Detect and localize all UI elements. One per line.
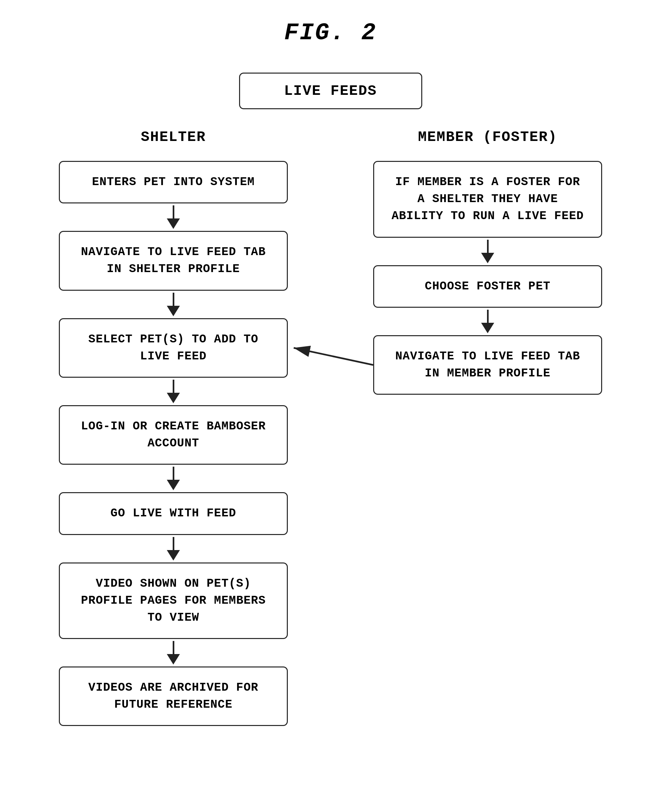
left-step-5: GO LIVE WITH FEED bbox=[59, 492, 288, 535]
left-step-2: NAVIGATE TO LIVE FEED TAB IN SHELTER PRO… bbox=[59, 231, 288, 290]
page-title: FIG. 2 bbox=[26, 20, 635, 46]
right-col-title: MEMBER (FOSTER) bbox=[418, 129, 557, 145]
arrow-6 bbox=[167, 641, 180, 665]
left-step-4: LOG-IN OR CREATE BAMBOSER ACCOUNT bbox=[59, 405, 288, 465]
left-step-7: VIDEOS ARE ARCHIVED FOR FUTURE REFERENCE bbox=[59, 667, 288, 726]
left-step-6: VIDEO SHOWN ON PET(S) PROFILE PAGES FOR … bbox=[59, 563, 288, 639]
right-step-2: CHOOSE FOSTER PET bbox=[373, 265, 602, 308]
arrow-5 bbox=[167, 537, 180, 560]
left-col-title: SHELTER bbox=[141, 129, 206, 145]
left-step-1: ENTERS PET INTO SYSTEM bbox=[59, 161, 288, 203]
right-step-1: IF MEMBER IS A FOSTER FOR A SHELTER THEY… bbox=[373, 161, 602, 238]
arrow-2 bbox=[167, 293, 180, 316]
right-step-3: NAVIGATE TO LIVE FEED TAB IN MEMBER PROF… bbox=[373, 335, 602, 395]
arrow-4 bbox=[167, 467, 180, 490]
arrow-3 bbox=[167, 380, 180, 403]
left-step-3: SELECT PET(S) TO ADD TO LIVE FEED bbox=[59, 318, 288, 378]
top-box: LIVE FEEDS bbox=[239, 73, 422, 109]
arrow-1 bbox=[167, 205, 180, 229]
right-arrow-2 bbox=[481, 310, 494, 333]
right-arrow-1 bbox=[481, 240, 494, 263]
